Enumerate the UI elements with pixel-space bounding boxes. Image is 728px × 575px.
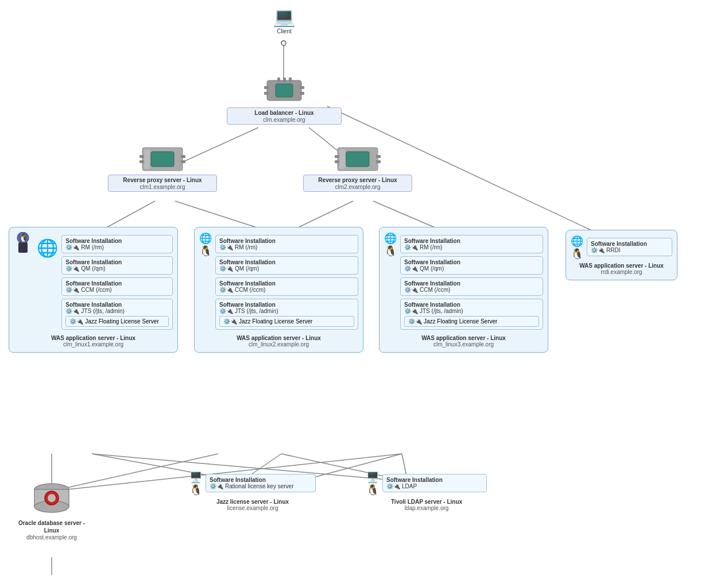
tivoli-node: 🖥️🐧 Software Installation ⚙️🔌LDAP Tivoli… xyxy=(366,471,487,511)
was3-jazz-license: ⚙️🔌Jazz Floating License Server xyxy=(404,316,539,327)
svg-rect-39 xyxy=(346,152,369,167)
rrdi-was-server: 🌐🐧 Software Installation ⚙️🔌RRDI WAS app… xyxy=(566,230,677,280)
was3-rm-card: Software Installation ⚙️🔌RM (/rm) xyxy=(400,235,543,253)
tivoli-ldap-card: Software Installation ⚙️🔌LDAP xyxy=(382,474,487,492)
svg-rect-37 xyxy=(144,149,150,169)
svg-rect-23 xyxy=(276,84,293,97)
rp-right-icon xyxy=(335,145,381,173)
svg-rect-40 xyxy=(335,155,339,158)
was-server-1: 🐧 🌐 Software Installation ⚙️🔌RM (/rm) So… xyxy=(9,227,178,353)
svg-point-52 xyxy=(48,494,56,502)
svg-rect-25 xyxy=(264,92,269,95)
was3-qm-card: Software Installation ⚙️🔌QM (/qm) xyxy=(400,256,543,275)
rrdi-card: Software Installation ⚙️🔌RRDI xyxy=(587,238,672,256)
jazz-license-sublabel: license.example.org xyxy=(189,505,316,511)
was3-sublabel: clm_linux3.example.org xyxy=(384,341,543,348)
diagram-container: 💻 Client Load balan xyxy=(0,0,728,575)
client-node: 💻 Client xyxy=(261,6,307,35)
svg-rect-30 xyxy=(289,78,292,82)
load-balancer-icon xyxy=(261,75,307,106)
svg-point-19 xyxy=(281,41,286,45)
reverse-proxy-left: Reverse proxy server - Linux clm1.exampl… xyxy=(108,145,217,192)
rp-right-label: Reverse proxy server - Linux xyxy=(308,176,407,184)
rp-left-sublabel: clm1.example.org xyxy=(113,184,212,190)
rrdi-was-sublabel: rrdi.example.org xyxy=(571,269,672,275)
was1-sublabel: clm_linux1.example.org xyxy=(14,341,173,348)
tivoli-sublabel: ldap.example.org xyxy=(366,505,487,511)
was-server-3: 🌐🐧 Software Installation ⚙️🔌RM (/rm) Sof… xyxy=(379,227,548,353)
jazz-license-label: Jazz license server - Linux xyxy=(189,499,316,505)
tivoli-server-icon: 🖥️🐧 xyxy=(366,471,379,496)
was3-ccm-card: Software Installation ⚙️🔌CCM (/ccm) xyxy=(400,277,543,296)
rp-right-sublabel: clm2.example.org xyxy=(308,184,407,190)
jazz-license-node: 🖥️🐧 Software Installation ⚙️🔌Rational li… xyxy=(189,471,316,511)
rrdi-was-label: WAS application server - Linux xyxy=(571,263,672,269)
was3-linux-icon: 🌐🐧 xyxy=(384,232,397,257)
was1-qm-card: Software Installation ⚙️🔌QM (/qm) xyxy=(61,256,173,275)
rp-left-icon xyxy=(140,145,185,173)
was2-jazz-license: ⚙️🔌Jazz Floating License Server xyxy=(219,316,354,327)
svg-rect-43 xyxy=(376,160,381,163)
svg-rect-29 xyxy=(283,78,286,82)
client-icon: 💻 xyxy=(261,6,307,28)
was2-rm-card: Software Installation ⚙️🔌RM (/rm) xyxy=(215,235,358,253)
was3-label: WAS application server - Linux xyxy=(384,335,543,341)
was2-linux-icon: 🌐🐧 xyxy=(199,232,212,257)
oracle-sublabel: dbhost.example.org xyxy=(11,534,92,541)
was-server-2: 🌐🐧 Software Installation ⚙️🔌RM (/rm) Sof… xyxy=(194,227,363,353)
client-label: Client xyxy=(261,28,307,35)
svg-rect-35 xyxy=(181,155,185,158)
was2-qm-card: Software Installation ⚙️🔌QM (/qm) xyxy=(215,256,358,275)
was3-jts-card: Software Installation ⚙️🔌JTS (/jts, /adm… xyxy=(400,299,543,330)
reverse-proxy-right: Reverse proxy server - Linux clm2.exampl… xyxy=(303,145,412,192)
svg-rect-32 xyxy=(151,152,174,167)
load-balancer-node: Load balancer - Linux clm.example.org xyxy=(227,75,342,125)
svg-rect-27 xyxy=(300,92,304,95)
was1-label: WAS application server - Linux xyxy=(14,335,173,341)
oracle-node: Oracle database server - Linux dbhost.ex… xyxy=(11,483,92,541)
was2-sublabel: clm_linux2.example.org xyxy=(199,341,358,348)
was1-linux-icon: 🐧 🌐 xyxy=(14,232,58,258)
svg-text:🐧: 🐧 xyxy=(18,233,29,243)
svg-rect-26 xyxy=(300,86,304,89)
rrdi-linux-icon: 🌐🐧 xyxy=(571,235,583,260)
was1-rm-card: Software Installation ⚙️🔌RM (/rm) xyxy=(61,235,173,253)
tivoli-label: Tivoli LDAP server - Linux xyxy=(366,499,487,505)
lb-sublabel: clm.example.org xyxy=(232,117,336,123)
svg-rect-42 xyxy=(376,155,381,158)
was1-jts-card: Software Installation ⚙️🔌JTS (/jts, /adm… xyxy=(61,299,173,330)
was2-jts-card: Software Installation ⚙️🔌JTS (/jts, /adm… xyxy=(215,299,358,330)
svg-rect-28 xyxy=(277,78,280,82)
was2-ccm-card: Software Installation ⚙️🔌CCM (/ccm) xyxy=(215,277,358,296)
was1-jazz-license: ⚙️🔌Jazz Floating License Server xyxy=(65,316,169,327)
jazz-server-icon: 🖥️🐧 xyxy=(189,471,202,496)
svg-rect-41 xyxy=(335,160,339,163)
svg-rect-36 xyxy=(181,160,185,163)
lb-label: Load balancer - Linux xyxy=(232,109,336,117)
svg-rect-24 xyxy=(264,86,269,89)
svg-rect-33 xyxy=(140,155,144,158)
oracle-icon xyxy=(11,483,92,519)
svg-rect-44 xyxy=(339,149,345,169)
was2-label: WAS application server - Linux xyxy=(199,335,358,341)
jazz-license-card: Software Installation ⚙️🔌Rational licens… xyxy=(206,474,316,492)
oracle-label: Oracle database server - Linux xyxy=(11,519,92,534)
svg-rect-34 xyxy=(140,160,144,163)
svg-rect-47 xyxy=(18,242,28,253)
was1-ccm-card: Software Installation ⚙️🔌CCM (/ccm) xyxy=(61,277,173,296)
rp-left-label: Reverse proxy server - Linux xyxy=(113,176,212,184)
